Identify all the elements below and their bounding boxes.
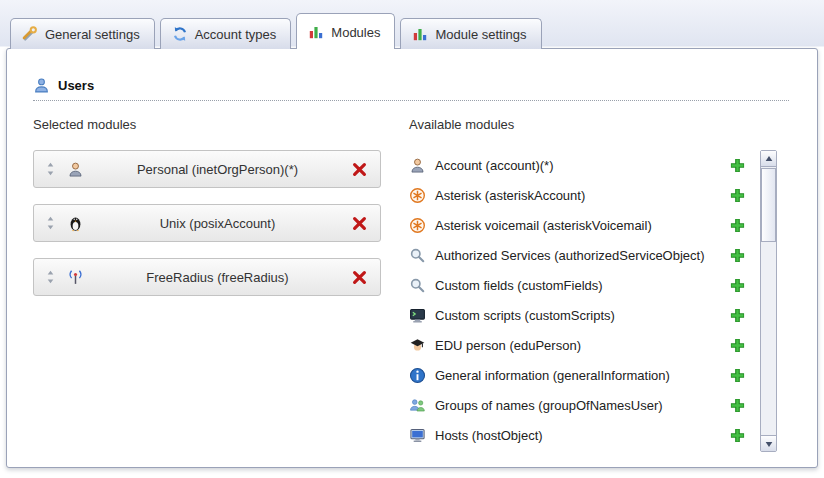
add-module-button[interactable]	[729, 217, 746, 234]
section-header: Users	[33, 77, 789, 101]
tools-icon	[22, 26, 38, 42]
selected-module-label: Personal (inetOrgPerson)(*)	[84, 162, 351, 177]
scroll-up-icon	[764, 154, 774, 164]
available-module-row: Authorized Services (authorizedServiceOb…	[409, 240, 760, 270]
available-modules-heading: Available modules	[409, 117, 777, 132]
chart-icon	[308, 24, 324, 40]
scrollbar-thumb[interactable]	[761, 168, 776, 242]
tab-modules[interactable]: Modules	[296, 13, 395, 49]
tab-label: General settings	[45, 27, 140, 42]
person-icon	[409, 157, 426, 174]
available-module-label: Groups of names (groupOfNamesUser)	[435, 398, 729, 413]
available-module-row: Asterisk (asteriskAccount)	[409, 180, 760, 210]
penguin-icon	[67, 215, 84, 232]
selected-module-row: FreeRadius (freeRadius)	[33, 258, 381, 296]
tab-label: Account types	[195, 27, 277, 42]
available-modules-wrap: Account (account)(*) Asterisk (asteriskA…	[409, 150, 777, 452]
available-module-row: Groups of names (groupOfNamesUser)	[409, 390, 760, 420]
selected-modules-list: Personal (inetOrgPerson)(*) Unix (posixA…	[33, 150, 381, 296]
graduate-icon	[409, 337, 426, 354]
selected-module-label: Unix (posixAccount)	[84, 216, 351, 231]
scrollbar[interactable]	[760, 150, 777, 452]
scroll-up-button[interactable]	[761, 151, 776, 167]
terminal-icon	[409, 307, 426, 324]
section-title: Users	[58, 78, 94, 93]
available-module-label: Asterisk voicemail (asteriskVoicemail)	[435, 218, 729, 233]
person-icon	[67, 161, 84, 178]
remove-module-button[interactable]	[351, 161, 368, 178]
add-module-button[interactable]	[729, 277, 746, 294]
tab-general-settings[interactable]: General settings	[10, 18, 155, 49]
content-panel: Users Selected modules Personal (inetOrg…	[6, 48, 818, 468]
tab-module-settings[interactable]: Module settings	[400, 18, 541, 49]
selected-module-row: Unix (posixAccount)	[33, 204, 381, 242]
selected-modules-heading: Selected modules	[33, 117, 381, 132]
tab-label: Module settings	[435, 27, 526, 42]
available-modules-list: Account (account)(*) Asterisk (asteriskA…	[409, 150, 760, 452]
modules-columns: Selected modules Personal (inetOrgPerson…	[33, 117, 777, 452]
magnifier-icon	[409, 277, 426, 294]
tab-account-types[interactable]: Account types	[160, 18, 292, 49]
selected-module-row: Personal (inetOrgPerson)(*)	[33, 150, 381, 188]
available-module-row: Hosts (hostObject)	[409, 420, 760, 450]
magnifier-icon	[409, 247, 426, 264]
available-module-row: Account (account)(*)	[409, 150, 760, 180]
scroll-down-icon	[764, 439, 774, 449]
available-module-label: Asterisk (asteriskAccount)	[435, 188, 729, 203]
available-module-label: Hosts (hostObject)	[435, 428, 729, 443]
computer-icon	[409, 427, 426, 444]
available-modules-column: Available modules Account (account)(*) A…	[409, 117, 777, 452]
remove-module-button[interactable]	[351, 215, 368, 232]
available-module-row: EDU person (eduPerson)	[409, 330, 760, 360]
asterisk-icon	[409, 187, 426, 204]
add-module-button[interactable]	[729, 247, 746, 264]
remove-module-button[interactable]	[351, 269, 368, 286]
add-module-button[interactable]	[729, 337, 746, 354]
chart-icon	[412, 26, 428, 42]
add-module-button[interactable]	[729, 397, 746, 414]
add-module-button[interactable]	[729, 307, 746, 324]
available-module-row: Asterisk voicemail (asteriskVoicemail)	[409, 210, 760, 240]
available-module-label: Custom fields (customFields)	[435, 278, 729, 293]
info-icon	[409, 367, 426, 384]
selected-modules-column: Selected modules Personal (inetOrgPerson…	[33, 117, 381, 452]
available-module-label: Authorized Services (authorizedServiceOb…	[435, 248, 729, 263]
available-module-label: Custom scripts (customScripts)	[435, 308, 729, 323]
available-module-label: General information (generalInformation)	[435, 368, 729, 383]
radius-icon	[67, 269, 84, 286]
scroll-down-button[interactable]	[761, 435, 776, 451]
add-module-button[interactable]	[729, 427, 746, 444]
tab-bar: General settings Account types Modules M…	[0, 0, 824, 48]
drag-handle-icon[interactable]	[46, 162, 55, 176]
user-icon	[33, 77, 50, 94]
available-module-label: EDU person (eduPerson)	[435, 338, 729, 353]
group-icon	[409, 397, 426, 414]
available-module-row: General information (generalInformation)	[409, 360, 760, 390]
add-module-button[interactable]	[729, 367, 746, 384]
tab-label: Modules	[331, 25, 380, 40]
drag-handle-icon[interactable]	[46, 270, 55, 284]
selected-module-label: FreeRadius (freeRadius)	[84, 270, 351, 285]
available-module-row: Custom scripts (customScripts)	[409, 300, 760, 330]
available-module-row: Custom fields (customFields)	[409, 270, 760, 300]
available-module-label: Account (account)(*)	[435, 158, 729, 173]
drag-handle-icon[interactable]	[46, 216, 55, 230]
refresh-icon	[172, 26, 188, 42]
add-module-button[interactable]	[729, 157, 746, 174]
add-module-button[interactable]	[729, 187, 746, 204]
asterisk-icon	[409, 217, 426, 234]
